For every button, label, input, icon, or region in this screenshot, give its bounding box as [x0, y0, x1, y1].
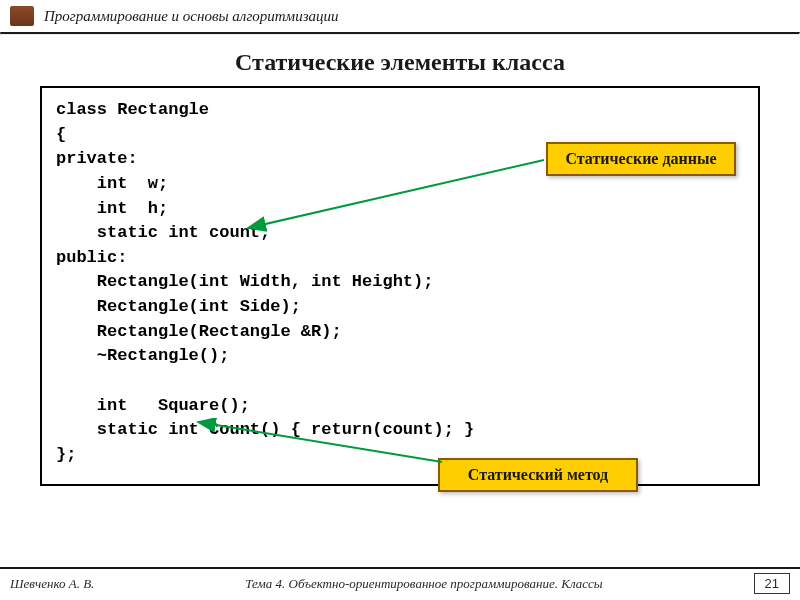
code-box: class Rectangle { private: int w; int h;… — [40, 86, 760, 486]
callout-label: Статические данные — [565, 150, 716, 167]
slide-title: Статические элементы класса — [0, 49, 800, 76]
course-title: Программирование и основы алгоритмизации — [44, 8, 339, 25]
logo-icon — [10, 6, 34, 26]
footer-topic: Тема 4. Объектно-ориентированное програм… — [94, 576, 753, 592]
page-number: 21 — [754, 573, 790, 594]
header-bar: Программирование и основы алгоритмизации — [0, 0, 800, 32]
callout-static-data: Статические данные — [546, 142, 736, 176]
divider-top — [0, 32, 800, 35]
callout-static-method: Статический метод — [438, 458, 638, 492]
footer: Шевченко А. В. Тема 4. Объектно-ориентир… — [0, 567, 800, 600]
callout-label: Статический метод — [468, 466, 608, 483]
footer-author: Шевченко А. В. — [10, 576, 94, 592]
